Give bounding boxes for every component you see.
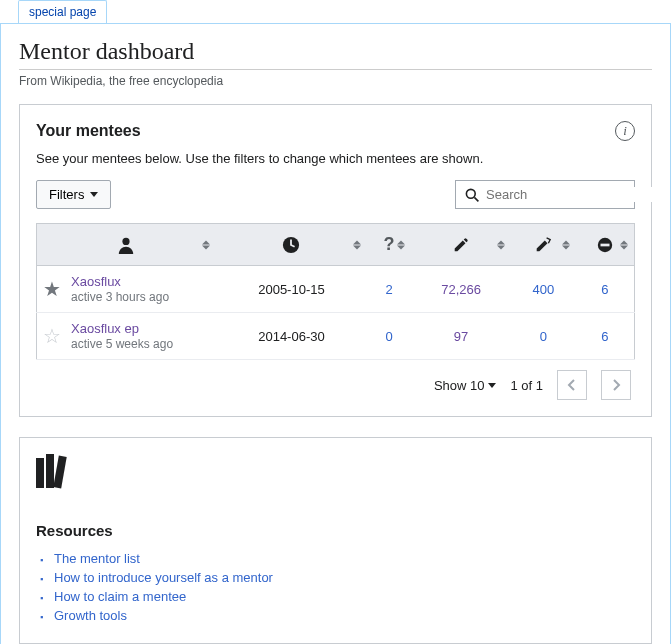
cell-date: 2005-10-15 [216, 266, 367, 313]
next-button[interactable] [601, 370, 631, 400]
filters-button[interactable]: Filters [36, 180, 111, 209]
svg-line-1 [474, 197, 478, 201]
mentees-card: Your mentees i See your mentees below. U… [19, 104, 652, 417]
list-item: Growth tools [36, 608, 635, 623]
cell-blocks[interactable]: 6 [601, 282, 608, 297]
user-link[interactable]: Xaosflux ep [71, 321, 139, 336]
resources-list: The mentor list How to introduce yoursel… [36, 551, 635, 623]
chevron-right-icon [610, 379, 622, 391]
show-selector[interactable]: Show 10 [434, 378, 497, 393]
svg-rect-7 [46, 454, 54, 488]
search-box[interactable] [455, 180, 635, 209]
svg-point-2 [123, 237, 130, 244]
resources-title: Resources [36, 522, 635, 539]
resource-link[interactable]: Growth tools [54, 608, 127, 623]
cell-date: 2014-06-30 [216, 313, 367, 360]
col-edits[interactable] [411, 224, 511, 266]
svg-rect-5 [600, 243, 609, 246]
list-item: How to claim a mentee [36, 589, 635, 604]
cell-questions[interactable]: 0 [386, 329, 393, 344]
star-icon[interactable]: ☆ [43, 326, 61, 346]
prev-button[interactable] [557, 370, 587, 400]
svg-rect-8 [53, 456, 66, 489]
page-subtitle: From Wikipedia, the free encyclopedia [19, 74, 652, 88]
mentees-title: Your mentees [36, 122, 141, 140]
cell-reverts[interactable]: 0 [540, 329, 547, 344]
chevron-left-icon [566, 379, 578, 391]
svg-rect-6 [36, 458, 44, 488]
chevron-down-icon [488, 383, 496, 388]
chevron-down-icon [90, 192, 98, 197]
clock-icon [222, 236, 361, 254]
cell-questions[interactable]: 2 [386, 282, 393, 297]
user-link[interactable]: Xaosflux [71, 274, 121, 289]
table-row: ★ Xaosflux active 3 hours ago 2005-10-15… [37, 266, 635, 313]
col-reverts[interactable] [511, 224, 576, 266]
resource-link[interactable]: The mentor list [54, 551, 140, 566]
search-icon [464, 187, 480, 203]
cell-edits[interactable]: 97 [454, 329, 468, 344]
info-icon[interactable]: i [615, 121, 635, 141]
cell-reverts[interactable]: 400 [532, 282, 554, 297]
mentees-desc: See your mentees below. Use the filters … [36, 151, 635, 166]
svg-point-0 [466, 189, 475, 198]
resource-link[interactable]: How to claim a mentee [54, 589, 186, 604]
show-label: Show 10 [434, 378, 485, 393]
resource-link[interactable]: How to introduce yourself as a mentor [54, 570, 273, 585]
mentees-table: ? [36, 223, 635, 360]
question-icon: ? [384, 234, 395, 254]
col-date[interactable] [216, 224, 367, 266]
col-questions[interactable]: ? [367, 224, 411, 266]
page-info: 1 of 1 [510, 378, 543, 393]
active-text: active 3 hours ago [71, 290, 169, 304]
edit-icon [417, 236, 505, 254]
col-blocks[interactable] [576, 224, 635, 266]
page-container: Mentor dashboard From Wikipedia, the fre… [0, 23, 671, 644]
user-icon [43, 236, 210, 254]
filters-label: Filters [49, 187, 84, 202]
list-item: The mentor list [36, 551, 635, 566]
cell-blocks[interactable]: 6 [601, 329, 608, 344]
table-row: ☆ Xaosflux ep active 5 weeks ago 2014-06… [37, 313, 635, 360]
resources-card: Resources The mentor list How to introdu… [19, 437, 652, 644]
tab-special-page[interactable]: special page [18, 0, 107, 23]
page-title: Mentor dashboard [19, 38, 652, 70]
star-icon[interactable]: ★ [43, 279, 61, 299]
books-icon [36, 454, 635, 490]
list-item: How to introduce yourself as a mentor [36, 570, 635, 585]
search-input[interactable] [486, 187, 654, 202]
cell-edits[interactable]: 72,266 [441, 282, 481, 297]
active-text: active 5 weeks ago [71, 337, 173, 351]
col-user[interactable] [37, 224, 216, 266]
